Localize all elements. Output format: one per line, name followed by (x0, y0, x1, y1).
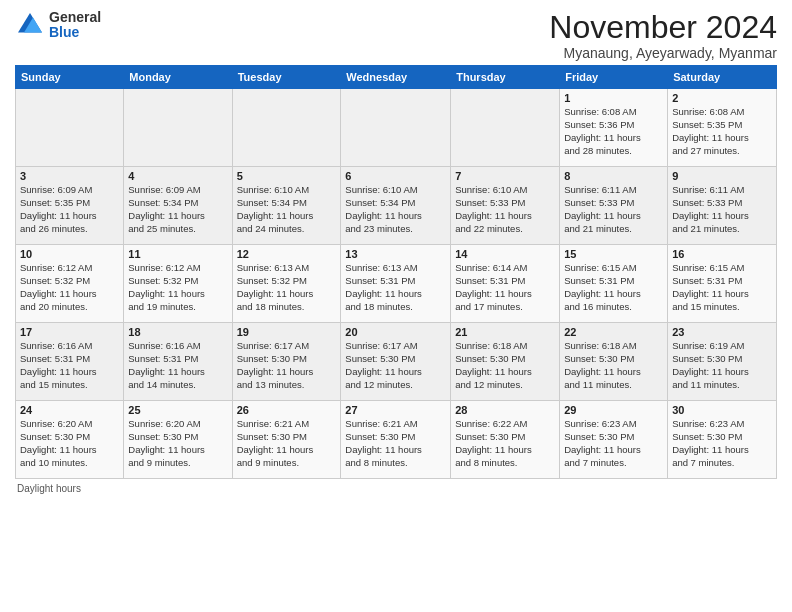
day-info: Sunrise: 6:23 AM Sunset: 5:30 PM Dayligh… (564, 418, 663, 469)
calendar-cell: 25Sunrise: 6:20 AM Sunset: 5:30 PM Dayli… (124, 401, 232, 479)
calendar-cell: 23Sunrise: 6:19 AM Sunset: 5:30 PM Dayli… (668, 323, 777, 401)
day-info: Sunrise: 6:11 AM Sunset: 5:33 PM Dayligh… (672, 184, 772, 235)
calendar-cell: 24Sunrise: 6:20 AM Sunset: 5:30 PM Dayli… (16, 401, 124, 479)
day-info: Sunrise: 6:10 AM Sunset: 5:34 PM Dayligh… (345, 184, 446, 235)
calendar-week-1: 1Sunrise: 6:08 AM Sunset: 5:36 PM Daylig… (16, 89, 777, 167)
day-info: Sunrise: 6:14 AM Sunset: 5:31 PM Dayligh… (455, 262, 555, 313)
calendar-week-3: 10Sunrise: 6:12 AM Sunset: 5:32 PM Dayli… (16, 245, 777, 323)
logo-general-text: General (49, 10, 101, 25)
day-info: Sunrise: 6:19 AM Sunset: 5:30 PM Dayligh… (672, 340, 772, 391)
day-info: Sunrise: 6:22 AM Sunset: 5:30 PM Dayligh… (455, 418, 555, 469)
weekday-header-wednesday: Wednesday (341, 66, 451, 89)
day-number: 11 (128, 248, 227, 260)
month-title: November 2024 (549, 10, 777, 45)
logo-icon (15, 10, 45, 40)
calendar-cell: 21Sunrise: 6:18 AM Sunset: 5:30 PM Dayli… (451, 323, 560, 401)
day-info: Sunrise: 6:16 AM Sunset: 5:31 PM Dayligh… (128, 340, 227, 391)
day-number: 3 (20, 170, 119, 182)
calendar-cell: 4Sunrise: 6:09 AM Sunset: 5:34 PM Daylig… (124, 167, 232, 245)
day-number: 7 (455, 170, 555, 182)
day-info: Sunrise: 6:21 AM Sunset: 5:30 PM Dayligh… (237, 418, 337, 469)
location-subtitle: Myanaung, Ayeyarwady, Myanmar (549, 45, 777, 61)
day-info: Sunrise: 6:12 AM Sunset: 5:32 PM Dayligh… (20, 262, 119, 313)
day-number: 22 (564, 326, 663, 338)
title-block: November 2024 Myanaung, Ayeyarwady, Myan… (549, 10, 777, 61)
weekday-header-row: SundayMondayTuesdayWednesdayThursdayFrid… (16, 66, 777, 89)
calendar-table: SundayMondayTuesdayWednesdayThursdayFrid… (15, 65, 777, 479)
calendar-cell: 14Sunrise: 6:14 AM Sunset: 5:31 PM Dayli… (451, 245, 560, 323)
calendar-week-4: 17Sunrise: 6:16 AM Sunset: 5:31 PM Dayli… (16, 323, 777, 401)
day-number: 2 (672, 92, 772, 104)
calendar-cell: 7Sunrise: 6:10 AM Sunset: 5:33 PM Daylig… (451, 167, 560, 245)
day-info: Sunrise: 6:17 AM Sunset: 5:30 PM Dayligh… (345, 340, 446, 391)
calendar-cell: 2Sunrise: 6:08 AM Sunset: 5:35 PM Daylig… (668, 89, 777, 167)
calendar-cell: 6Sunrise: 6:10 AM Sunset: 5:34 PM Daylig… (341, 167, 451, 245)
calendar-cell: 19Sunrise: 6:17 AM Sunset: 5:30 PM Dayli… (232, 323, 341, 401)
day-number: 30 (672, 404, 772, 416)
calendar-cell (16, 89, 124, 167)
calendar-cell: 29Sunrise: 6:23 AM Sunset: 5:30 PM Dayli… (560, 401, 668, 479)
calendar-cell (341, 89, 451, 167)
calendar-cell (451, 89, 560, 167)
weekday-header-tuesday: Tuesday (232, 66, 341, 89)
calendar-cell: 1Sunrise: 6:08 AM Sunset: 5:36 PM Daylig… (560, 89, 668, 167)
day-number: 16 (672, 248, 772, 260)
weekday-header-thursday: Thursday (451, 66, 560, 89)
day-info: Sunrise: 6:16 AM Sunset: 5:31 PM Dayligh… (20, 340, 119, 391)
calendar-week-2: 3Sunrise: 6:09 AM Sunset: 5:35 PM Daylig… (16, 167, 777, 245)
day-number: 21 (455, 326, 555, 338)
day-number: 14 (455, 248, 555, 260)
weekday-header-monday: Monday (124, 66, 232, 89)
day-info: Sunrise: 6:13 AM Sunset: 5:31 PM Dayligh… (345, 262, 446, 313)
day-info: Sunrise: 6:11 AM Sunset: 5:33 PM Dayligh… (564, 184, 663, 235)
day-number: 25 (128, 404, 227, 416)
calendar-cell: 8Sunrise: 6:11 AM Sunset: 5:33 PM Daylig… (560, 167, 668, 245)
day-number: 29 (564, 404, 663, 416)
day-info: Sunrise: 6:08 AM Sunset: 5:35 PM Dayligh… (672, 106, 772, 157)
day-info: Sunrise: 6:20 AM Sunset: 5:30 PM Dayligh… (128, 418, 227, 469)
day-info: Sunrise: 6:17 AM Sunset: 5:30 PM Dayligh… (237, 340, 337, 391)
weekday-header-sunday: Sunday (16, 66, 124, 89)
day-number: 26 (237, 404, 337, 416)
calendar-cell: 13Sunrise: 6:13 AM Sunset: 5:31 PM Dayli… (341, 245, 451, 323)
logo-text: General Blue (49, 10, 101, 41)
calendar-cell (232, 89, 341, 167)
day-number: 9 (672, 170, 772, 182)
logo-blue-text: Blue (49, 25, 101, 40)
calendar-week-5: 24Sunrise: 6:20 AM Sunset: 5:30 PM Dayli… (16, 401, 777, 479)
logo: General Blue (15, 10, 101, 41)
calendar-cell: 18Sunrise: 6:16 AM Sunset: 5:31 PM Dayli… (124, 323, 232, 401)
calendar-cell: 17Sunrise: 6:16 AM Sunset: 5:31 PM Dayli… (16, 323, 124, 401)
calendar-cell: 28Sunrise: 6:22 AM Sunset: 5:30 PM Dayli… (451, 401, 560, 479)
day-info: Sunrise: 6:15 AM Sunset: 5:31 PM Dayligh… (672, 262, 772, 313)
calendar-cell: 30Sunrise: 6:23 AM Sunset: 5:30 PM Dayli… (668, 401, 777, 479)
day-info: Sunrise: 6:10 AM Sunset: 5:33 PM Dayligh… (455, 184, 555, 235)
calendar-cell: 3Sunrise: 6:09 AM Sunset: 5:35 PM Daylig… (16, 167, 124, 245)
calendar-cell: 5Sunrise: 6:10 AM Sunset: 5:34 PM Daylig… (232, 167, 341, 245)
day-info: Sunrise: 6:18 AM Sunset: 5:30 PM Dayligh… (564, 340, 663, 391)
day-number: 6 (345, 170, 446, 182)
day-number: 28 (455, 404, 555, 416)
calendar-cell: 10Sunrise: 6:12 AM Sunset: 5:32 PM Dayli… (16, 245, 124, 323)
page: General Blue November 2024 Myanaung, Aye… (0, 0, 792, 504)
day-number: 20 (345, 326, 446, 338)
day-number: 10 (20, 248, 119, 260)
day-info: Sunrise: 6:10 AM Sunset: 5:34 PM Dayligh… (237, 184, 337, 235)
day-number: 12 (237, 248, 337, 260)
day-number: 13 (345, 248, 446, 260)
weekday-header-friday: Friday (560, 66, 668, 89)
day-number: 23 (672, 326, 772, 338)
day-number: 18 (128, 326, 227, 338)
day-info: Sunrise: 6:18 AM Sunset: 5:30 PM Dayligh… (455, 340, 555, 391)
weekday-header-saturday: Saturday (668, 66, 777, 89)
day-number: 24 (20, 404, 119, 416)
day-number: 8 (564, 170, 663, 182)
day-number: 17 (20, 326, 119, 338)
calendar-cell: 11Sunrise: 6:12 AM Sunset: 5:32 PM Dayli… (124, 245, 232, 323)
day-number: 1 (564, 92, 663, 104)
day-info: Sunrise: 6:15 AM Sunset: 5:31 PM Dayligh… (564, 262, 663, 313)
calendar-cell: 27Sunrise: 6:21 AM Sunset: 5:30 PM Dayli… (341, 401, 451, 479)
calendar-cell: 15Sunrise: 6:15 AM Sunset: 5:31 PM Dayli… (560, 245, 668, 323)
footer-note: Daylight hours (15, 483, 777, 494)
day-info: Sunrise: 6:09 AM Sunset: 5:34 PM Dayligh… (128, 184, 227, 235)
